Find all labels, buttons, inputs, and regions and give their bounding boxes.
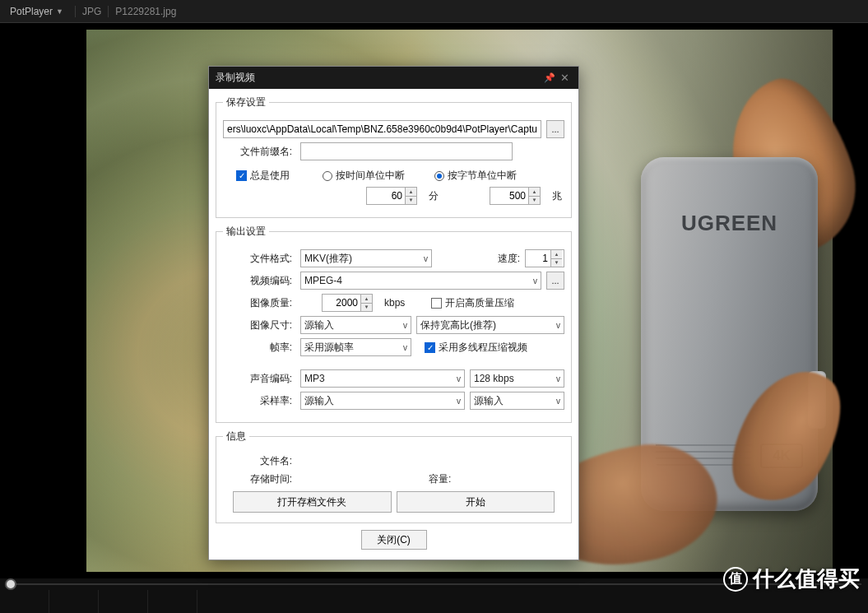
control-slot[interactable] [49,590,99,613]
site-watermark: 值 什么值得买 [723,564,860,593]
check-icon: ✓ [425,342,435,353]
quality-stepper[interactable]: ▲▼ [322,294,373,312]
aspect-select[interactable]: 保持宽高比(推荐)v [416,316,564,334]
image-size-select[interactable]: 源输入v [300,316,411,334]
chevron-down-icon: v [556,397,560,406]
control-slot[interactable] [148,590,197,613]
app-name: PotPlayer [10,6,53,17]
chevron-down-icon: v [457,397,461,406]
save-settings-legend: 保存设置 [223,95,269,109]
open-archive-folder-button[interactable]: 打开存档文件夹 [233,491,392,513]
control-slot[interactable] [99,590,148,613]
file-name: P1229281.jpg [115,6,176,17]
chevron-down-icon: ▼ [56,7,63,16]
close-icon[interactable]: ✕ [557,72,572,84]
spinner-down-icon[interactable]: ▼ [529,196,540,205]
codec-options-button[interactable]: ... [546,272,564,290]
file-type-badge: JPG [82,6,101,17]
prefix-label: 文件前缀名: [223,145,295,159]
file-format-select[interactable]: MKV(推荐)v [300,249,432,267]
info-legend: 信息 [223,430,249,443]
watermark-icon: 值 [723,567,748,592]
prefix-input[interactable] [300,142,513,160]
audio-codec-select[interactable]: MP3v [300,369,465,388]
radio-icon [434,171,444,181]
sample-rate-right-select[interactable]: 源输入v [470,392,564,410]
capacity-label: 容量: [429,472,451,486]
chevron-down-icon: v [556,321,560,330]
multithread-checkbox[interactable]: ✓ 采用多线程压缩视频 [425,341,527,355]
save-settings-group: 保存设置 ... 文件前缀名: ✓ 总是使用 按时间单位中断 [216,95,572,218]
record-video-dialog: 录制视频 📌 ✕ 保存设置 ... 文件前缀名: ✓ 总是使用 [208,66,579,560]
browse-button[interactable]: ... [546,120,564,138]
radio-icon [323,171,332,181]
chevron-down-icon: v [424,254,428,263]
hq-compress-checkbox[interactable]: 开启高质量压缩 [431,296,514,310]
progress-knob[interactable] [7,580,15,588]
time-value-stepper[interactable]: ▲▼ [366,187,417,205]
close-button[interactable]: 关闭(C) [361,530,427,550]
spinner-down-icon[interactable]: ▼ [406,196,416,205]
output-settings-legend: 输出设置 [223,225,269,239]
break-time-radio[interactable]: 按时间单位中断 [323,169,405,183]
video-codec-select[interactable]: MPEG-4v [300,272,541,290]
pin-icon[interactable]: 📌 [542,72,557,83]
chevron-down-icon: v [556,374,560,383]
start-button[interactable]: 开始 [397,491,555,513]
fps-select[interactable]: 采用源帧率v [300,338,411,356]
device-brand: UGREEN [681,211,777,236]
filename-label: 文件名: [223,454,295,468]
check-icon: ✓ [236,170,247,181]
chevron-down-icon: v [533,276,537,286]
check-icon [431,298,442,309]
bytes-value-stepper[interactable]: ▲▼ [490,187,541,205]
speed-stepper[interactable]: ▲▼ [525,249,564,267]
info-group: 信息 文件名: 存储时间: 容量: 打开存档文件夹 开始 [216,430,572,523]
spinner-up-icon[interactable]: ▲ [529,188,540,196]
dialog-title: 录制视频 [216,71,255,85]
chevron-down-icon: v [457,374,461,383]
app-topbar: PotPlayer ▼ JPG P1229281.jpg [0,0,868,23]
save-path-input[interactable] [223,120,541,138]
break-bytes-radio[interactable]: 按字节单位中断 [434,169,517,183]
app-menu[interactable]: PotPlayer ▼ [5,4,68,19]
audio-bitrate-select[interactable]: 128 kbpsv [470,369,564,388]
chevron-down-icon: v [403,343,407,352]
chevron-down-icon: v [403,321,407,330]
always-use-checkbox[interactable]: ✓ 总是使用 [236,169,290,183]
sample-rate-left-select[interactable]: 源输入v [300,392,465,410]
duration-label: 存储时间: [223,472,295,486]
spinner-up-icon[interactable]: ▲ [406,188,416,196]
output-settings-group: 输出设置 文件格式: MKV(推荐)v 速度: ▲▼ 视频编码: MPEG-4v [216,225,572,423]
watermark-text: 什么值得买 [753,564,860,593]
control-slot[interactable] [0,590,49,613]
dialog-titlebar[interactable]: 录制视频 📌 ✕ [209,67,578,89]
